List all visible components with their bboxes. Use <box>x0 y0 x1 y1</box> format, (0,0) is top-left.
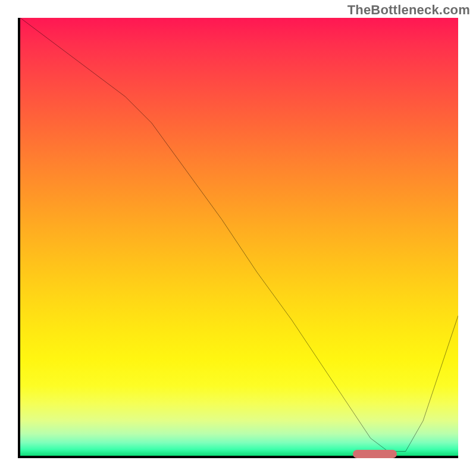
curve-svg <box>20 18 458 456</box>
optimal-range-marker <box>353 450 397 458</box>
chart-frame: TheBottleneck.com <box>0 0 476 476</box>
plot-area <box>18 18 458 458</box>
bottleneck-curve <box>20 18 458 452</box>
watermark-text: TheBottleneck.com <box>347 2 470 18</box>
